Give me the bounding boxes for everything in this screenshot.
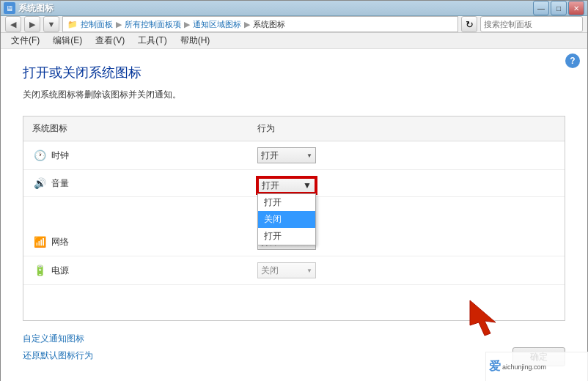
minimize-button[interactable]: — [533, 1, 549, 15]
refresh-button[interactable]: ↻ [461, 16, 477, 32]
back-button[interactable]: ◀ [5, 16, 21, 32]
volume-option-open[interactable]: 打开 [258, 194, 315, 211]
clock-dropdown-value: 打开 [261, 149, 279, 162]
row-behavior-clock: 打开 ▼ [249, 141, 565, 170]
row-icon-clock: 🕐 时钟 [23, 141, 249, 170]
table-row: 🕐 时钟 打开 ▼ [23, 141, 565, 170]
volume-option-close[interactable]: 关闭 [258, 211, 315, 228]
menubar: 文件(F) 编辑(E) 查看(V) 工具(T) 帮助(H) [1, 33, 587, 49]
page-title: 打开或关闭系统图标 [23, 64, 565, 81]
up-button[interactable]: ▼ [43, 16, 59, 32]
search-input[interactable] [484, 20, 585, 29]
volume-dropdown-list: 打开 关闭 打开 [257, 193, 316, 245]
row-icon-power: 🔋 电源 [23, 256, 249, 285]
maximize-button[interactable]: □ [551, 1, 567, 15]
power-icon: 🔋 [32, 263, 47, 278]
icon-table: 系统图标 行为 🕐 时钟 [23, 116, 565, 285]
col-header-icon: 系统图标 [23, 116, 249, 141]
network-icon: 📶 [32, 234, 47, 249]
breadcrumb-folder-icon: 📁 [67, 20, 78, 29]
breadcrumb-current: 系统图标 [253, 19, 285, 30]
menu-edit[interactable]: 编辑(E) [47, 33, 88, 48]
row-icon-network: 📶 网络 [23, 197, 249, 256]
titlebar: 🖥 系统图标 — □ ✕ [1, 1, 587, 16]
arrow-pointer [463, 293, 507, 337]
clock-label: 时钟 [51, 149, 69, 162]
breadcrumb-notification[interactable]: 通知区域图标 [193, 19, 241, 30]
volume-icon: 🔊 [32, 176, 47, 190]
window-icon: 🖥 [4, 2, 15, 14]
table-scroll[interactable]: 系统图标 行为 🕐 时钟 [23, 116, 565, 320]
col-header-behavior: 行为 [249, 116, 565, 141]
power-dropdown[interactable]: 关闭 ▼ [257, 262, 316, 278]
volume-dropdown-value: 打开 [262, 180, 279, 192]
volume-dropdown-container: 打开 ▼ 打开 关闭 打开 [257, 177, 556, 193]
search-box[interactable]: 🔍 [480, 16, 583, 32]
table-row: 🔋 电源 关闭 ▼ [23, 256, 565, 285]
row-behavior-power: 关闭 ▼ [249, 256, 565, 285]
clock-dropdown-arrow: ▼ [306, 152, 312, 159]
table-row: 🔊 音量 打开 ▼ [23, 170, 565, 197]
clock-dropdown[interactable]: 打开 ▼ [257, 147, 316, 163]
icon-table-container: 系统图标 行为 🕐 时钟 [23, 116, 565, 321]
row-behavior-volume: 打开 ▼ 打开 关闭 打开 [249, 170, 565, 197]
close-button[interactable]: ✕ [568, 1, 584, 15]
power-dropdown-value: 关闭 [261, 265, 279, 277]
power-label: 电源 [51, 265, 69, 277]
clock-icon: 🕐 [32, 148, 47, 163]
breadcrumb-all-items[interactable]: 所有控制面板项 [125, 19, 181, 30]
titlebar-controls: — □ ✕ [533, 1, 584, 15]
help-button[interactable]: ? [565, 53, 580, 68]
breadcrumb-control-panel[interactable]: 控制面板 [81, 19, 113, 30]
volume-dropdown-arrow: ▼ [303, 180, 312, 190]
power-dropdown-arrow: ▼ [306, 267, 312, 274]
content-area: ? 打开或关闭系统图标 关闭系统图标将删除该图标并关闭通知。 系统图标 行为 [1, 49, 587, 381]
restore-link[interactable]: 还原默认图标行为 [23, 349, 565, 362]
address-path: 📁 控制面板 ▶ 所有控制面板项 ▶ 通知区域图标 ▶ 系统图标 [62, 16, 458, 32]
watermark: 爱 aichunjing.com [485, 352, 588, 381]
volume-option-open2[interactable]: 打开 [258, 228, 315, 245]
main-window: 🖥 系统图标 — □ ✕ ◀ ▶ ▼ 📁 控制面板 ▶ 所有控制面板项 ▶ 通知… [0, 0, 588, 381]
main-content: ? 打开或关闭系统图标 关闭系统图标将删除该图标并关闭通知。 系统图标 行为 [1, 49, 587, 381]
menu-tools[interactable]: 工具(T) [132, 33, 172, 48]
menu-help[interactable]: 帮助(H) [174, 33, 216, 48]
volume-label: 音量 [51, 177, 69, 190]
page-description: 关闭系统图标将删除该图标并关闭通知。 [23, 89, 565, 101]
forward-button[interactable]: ▶ [24, 16, 40, 32]
window-title: 系统图标 [18, 2, 54, 15]
menu-view[interactable]: 查看(V) [89, 33, 131, 48]
addressbar: ◀ ▶ ▼ 📁 控制面板 ▶ 所有控制面板项 ▶ 通知区域图标 ▶ 系统图标 ↻… [1, 16, 587, 33]
menu-file[interactable]: 文件(F) [5, 33, 45, 48]
row-icon-volume: 🔊 音量 [23, 170, 249, 197]
network-label: 网络 [51, 236, 69, 248]
volume-dropdown-trigger[interactable]: 打开 ▼ [257, 177, 316, 193]
titlebar-left: 🖥 系统图标 [4, 2, 54, 15]
